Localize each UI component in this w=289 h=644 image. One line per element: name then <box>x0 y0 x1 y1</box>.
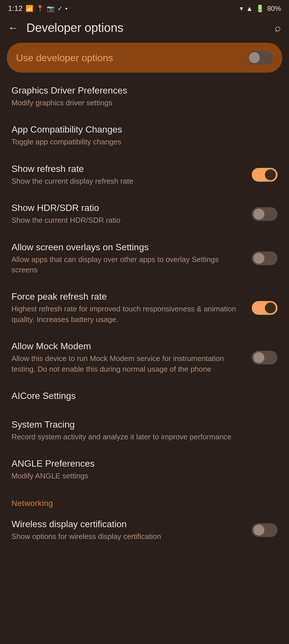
wifi-calling-icon: 📶 <box>26 5 33 12</box>
networking-section-header: Networking <box>0 490 289 511</box>
back-button[interactable]: ← <box>8 22 18 34</box>
graphics-driver-text: Graphics Driver Preferences Modify graph… <box>11 85 272 108</box>
toggle-knob <box>253 209 264 220</box>
show-refresh-rate-toggle[interactable] <box>252 168 278 182</box>
allow-screen-overlays-toggle[interactable] <box>252 251 278 265</box>
angle-prefs-item[interactable]: ANGLE Preferences Modify ANGLE settings <box>0 450 289 489</box>
force-peak-refresh-subtitle: Highest refresh rate for improved touch … <box>11 304 246 325</box>
instagram-icon: 📷 <box>47 5 54 12</box>
system-tracing-subtitle: Record system activity and analyze it la… <box>11 432 272 442</box>
app-bar-left: ← Developer options <box>8 21 124 35</box>
graphics-driver-title: Graphics Driver Preferences <box>11 85 272 96</box>
time-display: 1:12 <box>8 4 23 13</box>
dot-icon: • <box>65 5 68 12</box>
angle-prefs-title: ANGLE Preferences <box>11 458 272 469</box>
show-hdr-sdr-toggle[interactable] <box>252 207 278 221</box>
toggle-knob <box>265 302 276 313</box>
allow-mock-modem-text: Allow Mock Modem Allow this device to ru… <box>11 341 246 374</box>
wireless-display-title: Wireless display certification <box>11 519 246 529</box>
status-bar: 1:12 📶 📍 📷 ✓ • ▾ ▲ 🔋 80% <box>0 0 289 16</box>
app-compat-item[interactable]: App Compatibility Changes Toggle app com… <box>0 116 289 155</box>
battery-icon: 🔋 <box>256 5 264 13</box>
show-hdr-sdr-title: Show HDR/SDR ratio <box>11 203 246 213</box>
dev-options-label: Use developer options <box>16 52 113 63</box>
wifi-icon: ▾ <box>240 5 243 13</box>
show-refresh-rate-subtitle: Show the current display refresh rate <box>11 176 246 186</box>
status-time: 1:12 📶 📍 📷 ✓ • <box>8 4 67 13</box>
force-peak-refresh-title: Force peak refresh rate <box>11 291 246 302</box>
developer-options-toggle[interactable] <box>247 51 273 65</box>
toggle-knob <box>265 169 276 180</box>
allow-mock-modem-subtitle: Allow this device to run Mock Modem serv… <box>11 353 246 374</box>
force-peak-refresh-text: Force peak refresh rate Highest refresh … <box>11 291 246 325</box>
wireless-display-item[interactable]: Wireless display certification Show opti… <box>0 511 289 550</box>
search-button[interactable]: ⌕ <box>275 22 281 34</box>
app-bar: ← Developer options ⌕ <box>0 16 289 40</box>
allow-mock-modem-title: Allow Mock Modem <box>11 341 246 352</box>
allow-mock-modem-toggle[interactable] <box>252 351 278 364</box>
allow-screen-overlays-subtitle: Allow apps that can display over other a… <box>11 254 246 275</box>
location-icon: 📍 <box>36 5 44 12</box>
wireless-display-text: Wireless display certification Show opti… <box>11 519 246 542</box>
allow-screen-overlays-text: Allow screen overlays on Settings Allow … <box>11 242 246 275</box>
show-refresh-rate-item[interactable]: Show refresh rate Show the current displ… <box>0 156 289 195</box>
system-tracing-item[interactable]: System Tracing Record system activity an… <box>0 411 289 450</box>
app-compat-subtitle: Toggle app compatibility changes <box>11 137 272 147</box>
system-tracing-text: System Tracing Record system activity an… <box>11 419 272 442</box>
allow-screen-overlays-item[interactable]: Allow screen overlays on Settings Allow … <box>0 234 289 284</box>
wireless-display-subtitle: Show options for wireless display certif… <box>11 531 246 542</box>
force-peak-refresh-toggle[interactable] <box>252 301 278 315</box>
show-refresh-rate-title: Show refresh rate <box>11 164 246 174</box>
aicore-settings-text: AICore Settings <box>11 391 272 403</box>
angle-prefs-text: ANGLE Preferences Modify ANGLE settings <box>11 458 272 481</box>
toggle-knob <box>253 253 264 264</box>
page-title: Developer options <box>26 21 124 35</box>
developer-options-banner[interactable]: Use developer options <box>7 43 282 73</box>
system-tracing-title: System Tracing <box>11 419 272 430</box>
aicore-settings-title: AICore Settings <box>11 391 272 401</box>
app-compat-title: App Compatibility Changes <box>11 124 272 135</box>
status-indicators: ▾ ▲ 🔋 80% <box>240 5 281 13</box>
show-hdr-sdr-subtitle: Show the current HDR/SDR ratio <box>11 215 246 225</box>
show-hdr-sdr-text: Show HDR/SDR ratio Show the current HDR/… <box>11 203 246 225</box>
wireless-display-toggle[interactable] <box>252 523 278 537</box>
settings-list: Graphics Driver Preferences Modify graph… <box>0 77 289 550</box>
force-peak-refresh-item[interactable]: Force peak refresh rate Highest refresh … <box>0 283 289 333</box>
networking-label: Networking <box>11 499 53 508</box>
toggle-knob <box>253 352 264 363</box>
battery-percentage: 80% <box>267 5 281 13</box>
allow-screen-overlays-title: Allow screen overlays on Settings <box>11 242 246 253</box>
signal-icon: ▲ <box>246 5 253 13</box>
toggle-knob <box>253 525 264 536</box>
app-compat-text: App Compatibility Changes Toggle app com… <box>11 124 272 147</box>
show-refresh-rate-text: Show refresh rate Show the current displ… <box>11 164 246 186</box>
allow-mock-modem-item[interactable]: Allow Mock Modem Allow this device to ru… <box>0 333 289 383</box>
graphics-driver-item[interactable]: Graphics Driver Preferences Modify graph… <box>0 77 289 116</box>
angle-prefs-subtitle: Modify ANGLE settings <box>11 471 272 481</box>
aicore-settings-item[interactable]: AICore Settings <box>0 383 289 411</box>
graphics-driver-subtitle: Modify graphics driver settings <box>11 98 272 108</box>
show-hdr-sdr-item[interactable]: Show HDR/SDR ratio Show the current HDR/… <box>0 195 289 234</box>
toggle-knob <box>249 52 260 63</box>
check-circle-icon: ✓ <box>57 5 63 12</box>
